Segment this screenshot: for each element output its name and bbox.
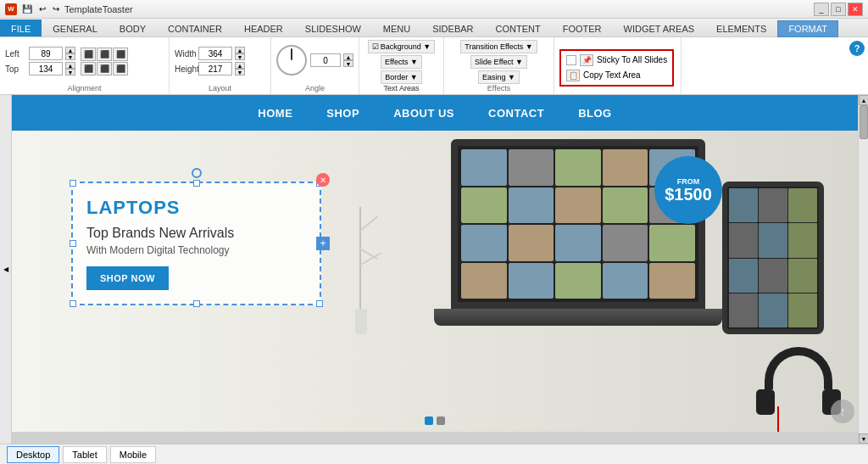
undo-icon[interactable]: ↩: [37, 4, 47, 14]
help-button[interactable]: ?: [849, 41, 865, 56]
handle-tl[interactable]: [70, 180, 76, 187]
angle-dial[interactable]: [276, 45, 307, 75]
tab-file[interactable]: FILE: [0, 20, 42, 36]
app-title: TemplateToaster: [64, 4, 133, 14]
top-label: Top: [5, 64, 26, 74]
text-areas-label: Text Areas: [359, 84, 443, 92]
nav-contact[interactable]: CONTACT: [488, 100, 544, 126]
close-button[interactable]: ✕: [848, 3, 863, 16]
border-dropdown[interactable]: Border ▼: [381, 70, 421, 84]
tab-body[interactable]: BODY: [108, 20, 157, 36]
tab-content[interactable]: CONTENT: [485, 20, 552, 36]
price-badge: FROM $1500: [654, 156, 722, 224]
add-element-button[interactable]: +: [316, 237, 330, 250]
status-bar: Desktop Tablet Mobile: [0, 444, 868, 464]
left-input[interactable]: [29, 47, 63, 60]
width-input[interactable]: [198, 47, 232, 60]
width-up-button[interactable]: ▲: [235, 47, 245, 53]
close-element-button[interactable]: ✕: [316, 173, 330, 187]
transition-dropdown[interactable]: Transition Effects ▼: [460, 40, 537, 53]
tab-sidebar[interactable]: SIDEBAR: [421, 20, 484, 36]
slide-dot-1[interactable]: [425, 416, 433, 425]
top-down-button[interactable]: ▼: [65, 69, 75, 75]
shop-now-button[interactable]: SHOP NOW: [86, 266, 169, 290]
align-center-h-button[interactable]: ⬛: [97, 48, 112, 61]
left-up-button[interactable]: ▲: [65, 47, 75, 53]
scroll-up-button[interactable]: ▲: [859, 95, 868, 105]
hero-text-box[interactable]: + ✕ LAPTOPS Top Brands New Arrivals With…: [71, 182, 321, 305]
left-collapse-button[interactable]: ◀: [0, 95, 12, 444]
headphone-pad-left: [756, 389, 775, 415]
align-right-button[interactable]: ⬛: [113, 48, 128, 61]
effects-dropdown[interactable]: Effects ▼: [381, 55, 422, 69]
nav-shop[interactable]: SHOP: [326, 100, 359, 126]
copy-icon: 📋: [566, 70, 580, 81]
help-area: ?: [682, 37, 868, 94]
copy-option[interactable]: 📋 Copy Text Area: [566, 70, 667, 81]
tab-menu[interactable]: MENU: [372, 20, 421, 36]
height-spinners: ▲ ▼: [235, 62, 245, 75]
nav-blog[interactable]: BLOG: [578, 100, 612, 126]
tab-general[interactable]: GENERAL: [42, 20, 108, 36]
background-label: Background ▼: [381, 42, 431, 51]
background-dropdown[interactable]: ☑ Background ▼: [368, 40, 435, 53]
angle-down-button[interactable]: ▼: [343, 60, 353, 67]
scroll-thumb[interactable]: [860, 105, 868, 139]
angle-group-label: Angle: [271, 84, 359, 92]
height-up-button[interactable]: ▲: [235, 62, 245, 69]
plant-branch-3: [359, 215, 378, 232]
copy-label: Copy Text Area: [583, 70, 641, 80]
handle-br[interactable]: [316, 300, 323, 307]
handle-bc[interactable]: [193, 300, 200, 307]
nav-about[interactable]: ABOUT US: [393, 100, 454, 126]
alignment-group-label: Alignment: [0, 84, 169, 92]
tab-container[interactable]: CONTAINER: [157, 20, 233, 36]
easing-dropdown[interactable]: Easing ▼: [478, 70, 520, 84]
main-area: ◀ HOME SHOP ABOUT US CONTACT BLOG: [0, 95, 868, 444]
mobile-tab[interactable]: Mobile: [110, 446, 156, 463]
width-down-button[interactable]: ▼: [235, 53, 245, 60]
scroll-top-button[interactable]: ↑: [831, 400, 854, 423]
desktop-tab[interactable]: Desktop: [7, 446, 59, 463]
top-input[interactable]: [29, 62, 63, 75]
save-icon[interactable]: 💾: [20, 4, 34, 14]
sticky-checkbox[interactable]: [566, 55, 576, 65]
minimize-button[interactable]: _: [814, 3, 829, 16]
maximize-button[interactable]: □: [831, 3, 846, 16]
left-down-button[interactable]: ▼: [65, 53, 75, 60]
ribbon-tabs: FILE GENERAL BODY CONTAINER HEADER SLIDE…: [0, 19, 868, 37]
tab-footer[interactable]: FOOTER: [552, 20, 613, 36]
align-left-button[interactable]: ⬛: [81, 48, 96, 61]
angle-up-button[interactable]: ▲: [343, 53, 353, 60]
align-bottom-button[interactable]: ⬛: [113, 62, 128, 75]
align-top-button[interactable]: ⬛: [81, 62, 96, 75]
align-center-v-button[interactable]: ⬛: [97, 62, 112, 75]
left-measure-row: Left ▲ ▼: [5, 47, 75, 60]
rotate-handle[interactable]: [192, 168, 202, 178]
angle-input[interactable]: [310, 53, 341, 67]
tab-elements[interactable]: ELEMENTS: [705, 20, 777, 36]
tab-widget-areas[interactable]: WIDGET AREAS: [613, 20, 706, 36]
nav-home[interactable]: HOME: [258, 100, 292, 126]
handle-tc[interactable]: [193, 180, 200, 187]
tablet-tab[interactable]: Tablet: [63, 446, 106, 463]
tab-slideshow[interactable]: SLIDESHOW: [294, 20, 372, 36]
top-up-button[interactable]: ▲: [65, 62, 75, 69]
scroll-down-button[interactable]: ▼: [859, 433, 868, 444]
handle-ml[interactable]: [70, 240, 76, 247]
tab-header[interactable]: HEADER: [233, 20, 294, 36]
border-label: Border ▼: [385, 73, 417, 81]
slide-dot-2[interactable]: [437, 416, 445, 425]
slide-dropdown[interactable]: Slide Effect ▼: [470, 55, 527, 69]
height-down-button[interactable]: ▼: [235, 69, 245, 75]
handle-bl[interactable]: [70, 300, 76, 307]
effects-label: Effects ▼: [385, 58, 418, 66]
angle-group: ▲ ▼ Angle: [271, 37, 359, 94]
width-spinners: ▲ ▼: [235, 47, 245, 60]
align-buttons: ⬛ ⬛ ⬛ ⬛ ⬛ ⬛: [81, 48, 131, 75]
sticky-option[interactable]: 📌 Sticky To All Slides: [566, 54, 667, 66]
tab-format[interactable]: FORMAT: [777, 20, 838, 37]
app-icon: W: [5, 3, 17, 15]
height-input[interactable]: [198, 62, 232, 75]
redo-icon[interactable]: ↪: [51, 4, 61, 14]
